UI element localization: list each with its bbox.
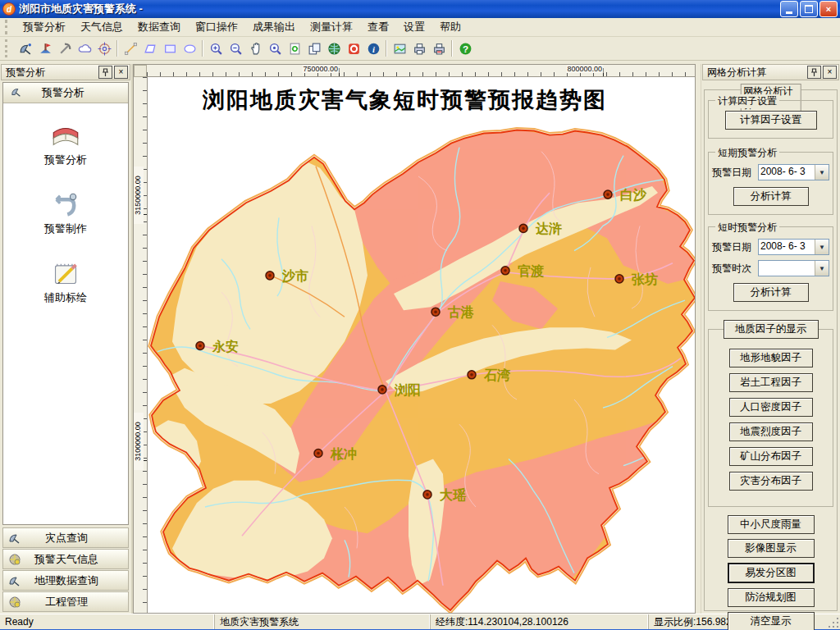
bar-label: 工程管理 — [28, 595, 105, 609]
warning-make-icon[interactable] — [35, 39, 55, 58]
right-panel: 网格分析计算 × 网格分析计算 计算因子设置 计算因子设置 短期预警分析 预警日… — [701, 64, 840, 614]
menu-weather-info[interactable]: 天气信息 — [73, 18, 130, 36]
city-marker-dot — [426, 493, 429, 496]
nowcast-analyze-button[interactable]: 分析计算 — [733, 283, 809, 302]
nowcast-date-value: 2008- 6- 3 — [759, 240, 815, 254]
mine-factor-button[interactable]: 矿山分布因子 — [729, 447, 813, 466]
image-export-icon[interactable] — [390, 39, 409, 58]
short-term-analyze-button[interactable]: 分析计算 — [733, 187, 809, 206]
print-preview-icon[interactable] — [429, 39, 449, 58]
pick-tool-icon[interactable] — [55, 39, 75, 58]
tool-warning-make[interactable]: 预警制作 — [44, 190, 87, 236]
locate-target-icon[interactable] — [94, 39, 114, 58]
bar-warning-weather-info[interactable]: 预警天气信息 — [2, 549, 129, 569]
draw-rect-icon[interactable] — [160, 39, 180, 58]
minimize-icon — [786, 11, 792, 14]
chevron-down-icon[interactable]: ▼ — [815, 240, 829, 254]
geo-factor-display-button[interactable]: 地质因子的显示 — [724, 320, 819, 339]
menu-warning-analysis[interactable]: 预警分析 — [16, 18, 73, 36]
left-panel-tools: 预警分析 预警制作 辅助标绘 — [3, 103, 128, 524]
bar-label: 预警天气信息 — [28, 552, 105, 567]
help-icon[interactable]: ? — [455, 39, 475, 58]
right-panel-title: 网格分析计算 — [707, 66, 806, 80]
pan-hand-icon[interactable] — [245, 39, 265, 58]
zoom-in-icon[interactable] — [206, 39, 226, 58]
geotech-factor-button[interactable]: 岩土工程因子 — [729, 373, 813, 392]
app-logo-icon: d — [2, 2, 16, 16]
tool-label: 辅助标绘 — [44, 290, 87, 305]
bar-label: 地理数据查询 — [28, 573, 105, 588]
sketch-pencil-icon — [50, 259, 81, 287]
toolbar-separator — [202, 40, 203, 57]
chevron-down-icon[interactable]: ▼ — [815, 165, 829, 180]
factor-settings-label: 计算因子设置 — [715, 94, 779, 108]
nowcast-date-picker[interactable]: 2008- 6- 3 ▼ — [758, 239, 829, 255]
zoom-out-icon[interactable] — [226, 39, 245, 58]
prevention-plan-button[interactable]: 防治规划图 — [728, 588, 815, 607]
city-marker-dot — [606, 193, 609, 196]
main-area: 预警分析 × 预警分析 预警分析 预警制作 辅助标绘 — [0, 61, 840, 614]
rainfall-button[interactable]: 中小尺度雨量 — [728, 515, 815, 534]
menu-output[interactable]: 成果输出 — [245, 18, 303, 36]
svg-text:i: i — [372, 44, 375, 53]
menu-data-query[interactable]: 数据查询 — [130, 18, 188, 36]
window-title: 浏阳市地质灾害预警系统 - — [19, 2, 778, 16]
draw-ellipse-icon[interactable] — [180, 39, 199, 58]
print-icon[interactable] — [409, 39, 429, 58]
close-button[interactable]: × — [819, 1, 838, 17]
info-icon[interactable]: i — [363, 39, 383, 58]
minimize-button[interactable] — [780, 1, 798, 17]
city-marker-dot — [618, 277, 621, 281]
chevron-down-icon[interactable]: ▼ — [815, 261, 829, 276]
city-label: 浏阳 — [394, 382, 421, 397]
factor-settings-button[interactable]: 计算因子设置 — [725, 111, 817, 130]
tool-warning-analysis[interactable]: 预警分析 — [44, 121, 87, 167]
city-label: 枨冲 — [330, 445, 357, 460]
seismic-factor-button[interactable]: 地震烈度因子 — [729, 422, 813, 441]
disaster-factor-button[interactable]: 灾害分布因子 — [729, 472, 813, 491]
tool-label: 预警分析 — [44, 153, 87, 167]
pin-icon[interactable] — [807, 66, 821, 79]
nowcast-time-label: 预警时次 — [712, 262, 758, 276]
city-label: 古港 — [447, 304, 474, 319]
close-icon[interactable]: × — [823, 66, 837, 79]
tool-sketch[interactable]: 辅助标绘 — [44, 259, 87, 305]
bar-geo-data-query[interactable]: 地理数据查询 — [2, 570, 129, 591]
short-term-date-picker[interactable]: 2008- 6- 3 ▼ — [758, 164, 829, 180]
nowcast-time-picker[interactable]: ▼ — [758, 260, 829, 276]
right-panel-body: 网格分析计算 计算因子设置 计算因子设置 短期预警分析 预警日期 2008- 6… — [701, 80, 840, 614]
stop-icon[interactable] — [344, 39, 363, 58]
menu-grip[interactable] — [5, 20, 12, 34]
bar-disaster-point-query[interactable]: 灾点查询 — [2, 527, 129, 548]
bar-project-management[interactable]: 工程管理 — [2, 591, 129, 612]
menu-help[interactable]: 帮助 — [432, 18, 468, 36]
susceptibility-map-button[interactable]: 易发分区图 — [728, 563, 815, 583]
pin-icon[interactable] — [98, 66, 112, 79]
draw-line-icon[interactable] — [121, 39, 140, 58]
menu-window-ops[interactable]: 窗口操作 — [188, 18, 245, 36]
toolbar-grip[interactable] — [5, 39, 12, 57]
zoom-center-icon[interactable] — [265, 39, 285, 58]
terrain-factor-button[interactable]: 地形地貌因子 — [729, 349, 813, 368]
vertical-ruler: 3150000.00 3100000.00 — [134, 77, 148, 613]
city-marker-dot — [381, 388, 384, 391]
map-canvas[interactable]: 浏阳地质灾害气象短时预警预报趋势图 — [148, 77, 695, 613]
copy-view-icon[interactable] — [304, 39, 324, 58]
globe-small-icon — [8, 596, 21, 609]
menu-measure[interactable]: 测量计算 — [303, 18, 360, 36]
imagery-button[interactable]: 影像图显示 — [728, 539, 815, 558]
restore-button[interactable] — [800, 1, 818, 17]
left-panel-content: 预警分析 预警分析 预警制作 辅助标绘 — [2, 82, 129, 525]
globe-view-icon[interactable] — [324, 39, 344, 58]
draw-polygon-icon[interactable] — [140, 39, 160, 58]
clear-display-button[interactable]: 清空显示 — [728, 612, 815, 630]
satellite-analysis-icon[interactable] — [16, 39, 35, 58]
liuyang-map: 白沙 达浒 官渡 张坊 沙市 永安 古港 石湾 浏阳 枨冲 大瑶 — [148, 77, 695, 613]
close-icon[interactable]: × — [114, 66, 128, 79]
refresh-view-icon[interactable] — [285, 39, 304, 58]
menu-view[interactable]: 查看 — [360, 18, 396, 36]
population-factor-button[interactable]: 人口密度因子 — [729, 398, 813, 417]
menu-settings[interactable]: 设置 — [396, 18, 432, 36]
cloud-weather-icon[interactable] — [75, 39, 94, 58]
city-marker-dot — [434, 310, 437, 313]
